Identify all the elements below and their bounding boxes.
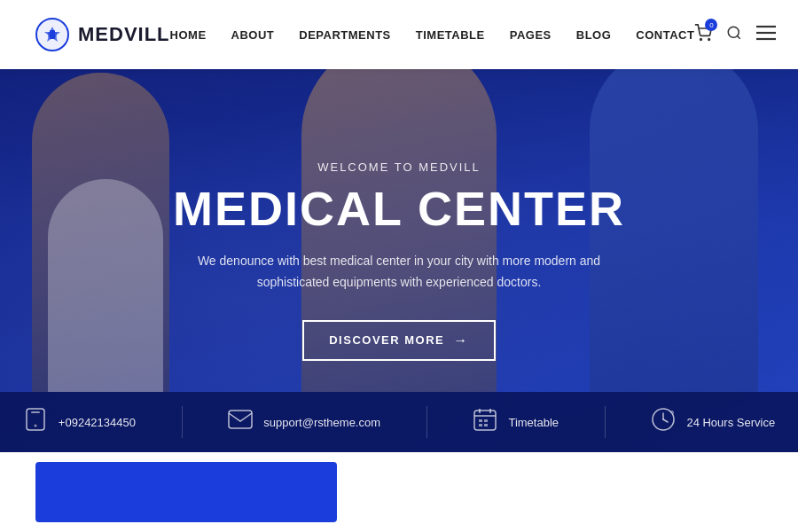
cart-badge: 0 bbox=[705, 19, 717, 31]
svg-rect-2 bbox=[48, 32, 57, 37]
timetable-text: Timetable bbox=[508, 416, 559, 429]
hero-description: We denounce with best medical center in … bbox=[195, 251, 603, 293]
search-button[interactable] bbox=[726, 25, 742, 44]
clock-icon bbox=[651, 407, 676, 437]
person-left-coat bbox=[48, 179, 163, 392]
hamburger-icon bbox=[756, 25, 776, 41]
hero-subtitle: WELCOME TO MEDVILL bbox=[173, 160, 625, 174]
cart-button[interactable]: 0 bbox=[694, 24, 712, 45]
header: MEDVILL HOME ABOUT DEPARTMENTS TIMETABLE… bbox=[0, 0, 798, 69]
svg-point-5 bbox=[729, 27, 739, 37]
svg-rect-20 bbox=[479, 424, 482, 426]
svg-point-12 bbox=[34, 425, 36, 427]
logo[interactable]: MEDVILL bbox=[35, 18, 170, 51]
svg-rect-21 bbox=[484, 424, 488, 426]
divider-1 bbox=[182, 406, 183, 438]
hours-text: 24 Hours Service bbox=[686, 416, 775, 429]
svg-rect-19 bbox=[484, 419, 488, 422]
info-email[interactable]: support@rstheme.com bbox=[228, 410, 380, 434]
bottom-section bbox=[0, 452, 798, 532]
menu-button[interactable] bbox=[756, 25, 776, 44]
email-icon bbox=[228, 410, 253, 434]
nav-home[interactable]: HOME bbox=[170, 28, 207, 42]
svg-line-24 bbox=[663, 419, 668, 422]
hero-section: WELCOME TO MEDVILL MEDICAL CENTER We den… bbox=[0, 69, 798, 452]
svg-rect-13 bbox=[229, 411, 252, 428]
phone-text: +09242134450 bbox=[59, 416, 136, 429]
info-phone[interactable]: +09242134450 bbox=[23, 407, 136, 437]
email-text: support@rstheme.com bbox=[263, 416, 380, 429]
timetable-icon bbox=[473, 407, 497, 437]
discover-more-button[interactable]: DISCOVER MORE → bbox=[302, 320, 496, 361]
svg-rect-11 bbox=[31, 411, 40, 413]
svg-point-4 bbox=[708, 39, 710, 41]
nav-about[interactable]: ABOUT bbox=[231, 28, 275, 42]
search-icon bbox=[726, 25, 742, 41]
blue-card bbox=[35, 462, 337, 522]
nav-timetable[interactable]: TIMETABLE bbox=[416, 28, 485, 42]
info-hours[interactable]: 24 Hours Service bbox=[651, 407, 775, 437]
nav-contact[interactable]: CONTACT bbox=[636, 28, 694, 42]
hero-title: MEDICAL CENTER bbox=[173, 183, 625, 235]
svg-point-3 bbox=[700, 39, 702, 41]
nav-pages[interactable]: PAGES bbox=[510, 28, 552, 42]
nav-blog[interactable]: BLOG bbox=[576, 28, 612, 42]
phone-icon bbox=[23, 407, 48, 437]
divider-3 bbox=[605, 406, 606, 438]
arrow-icon: → bbox=[453, 332, 469, 348]
divider-2 bbox=[426, 406, 427, 438]
svg-rect-18 bbox=[479, 419, 482, 422]
nav-departments[interactable]: DEPARTMENTS bbox=[299, 28, 390, 42]
logo-text: MEDVILL bbox=[78, 23, 170, 46]
main-nav: HOME ABOUT DEPARTMENTS TIMETABLE PAGES B… bbox=[170, 28, 695, 42]
svg-line-6 bbox=[738, 35, 740, 38]
discover-more-label: DISCOVER MORE bbox=[329, 333, 444, 347]
hero-info-bar: +09242134450 support@rstheme.com bbox=[0, 392, 798, 452]
hero-content: WELCOME TO MEDVILL MEDICAL CENTER We den… bbox=[155, 160, 643, 361]
header-actions: 0 bbox=[694, 24, 776, 45]
info-timetable[interactable]: Timetable bbox=[473, 407, 559, 437]
logo-icon bbox=[35, 18, 69, 51]
